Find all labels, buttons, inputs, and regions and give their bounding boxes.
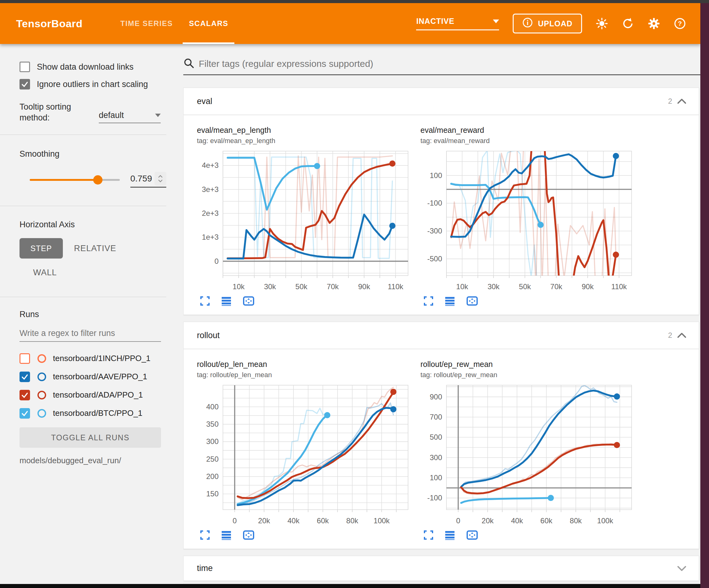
run-row-aave[interactable]: tensorboard/AAVE/PPO_1 [0,367,166,386]
fit-domain-icon[interactable] [466,530,478,540]
run-checkbox[interactable] [20,353,30,364]
smoothing-slider-fill [30,179,98,181]
svg-text:20k: 20k [258,516,270,525]
svg-text:50k: 50k [519,282,531,291]
smoothing-slider[interactable] [30,179,120,181]
data-table-icon[interactable] [221,296,232,306]
fit-domain-icon[interactable] [466,296,478,306]
run-checkbox[interactable] [20,372,30,382]
settings-gear-icon[interactable] [648,17,660,30]
section-header-eval[interactable]: eval 2 [184,88,699,115]
run-color-swatch [37,391,46,400]
run-color-swatch [37,409,46,418]
fullscreen-icon[interactable] [423,530,434,540]
data-table-icon[interactable] [445,530,455,540]
axis-option-wall[interactable]: WALL [33,268,57,277]
section-header-time[interactable]: time [184,556,699,581]
section-body-eval: eval/mean_ep_length tag: eval/mean_ep_le… [184,115,699,314]
header-actions: INACTIVE UPLOAD [416,3,700,44]
fit-domain-icon[interactable] [243,530,255,540]
divider [0,297,166,297]
svg-text:80k: 80k [570,516,582,525]
brightness-icon[interactable] [596,17,608,30]
settings-sidebar: Show data download links Ignore outliers… [0,44,166,584]
smoothing-value-field[interactable]: 0.759 [130,172,166,188]
chart-toolbar [423,296,640,306]
line-chart[interactable]: 150200250300350400020k40k60k80k100k [197,382,417,529]
svg-text:70k: 70k [550,282,562,291]
svg-text:100k: 100k [374,516,390,525]
chart-toolbar [200,530,417,540]
app-header: TensorBoard TIME SERIES SCALARS INACTIVE… [0,3,700,44]
show-download-links-checkbox[interactable] [20,61,30,72]
collapse-chevron-icon[interactable] [677,98,687,105]
tab-time-series[interactable]: TIME SERIES [112,3,181,44]
line-chart[interactable]: 100-100-300-50010k30k50k70k90k110k [420,148,640,295]
svg-text:3e+3: 3e+3 [202,185,218,194]
svg-text:60k: 60k [317,516,329,525]
chart-toolbar [200,296,417,306]
search-icon [183,58,194,70]
fit-domain-icon[interactable] [243,296,255,306]
svg-text:350: 350 [206,420,218,428]
tooltip-sorting-dropdown[interactable]: default [99,110,161,123]
svg-text:-500: -500 [427,255,442,263]
svg-text:20k: 20k [482,516,494,525]
svg-text:-300: -300 [427,227,442,235]
fullscreen-icon[interactable] [423,296,434,306]
smoothing-label: Smoothing [0,149,166,159]
run-row-btc[interactable]: tensorboard/BTC/PPO_1 [0,404,166,423]
header-tabs: TIME SERIES SCALARS [112,3,237,44]
page-scrollbar[interactable] [700,3,709,588]
fullscreen-icon[interactable] [200,296,210,306]
run-checkbox[interactable] [20,408,30,419]
divider [0,134,166,135]
run-checkbox[interactable] [20,390,30,400]
svg-text:70k: 70k [326,282,339,291]
svg-text:400: 400 [206,403,218,411]
smoothing-slider-thumb[interactable] [93,175,103,184]
run-row-ada[interactable]: tensorboard/ADA/PPO_1 [0,386,166,404]
tooltip-sorting-label: Tooltip sorting method: [20,102,97,123]
help-icon[interactable]: ? [674,17,686,30]
data-table-icon[interactable] [221,530,232,540]
refresh-icon[interactable] [622,17,634,30]
fullscreen-icon[interactable] [200,530,210,540]
svg-text:40k: 40k [511,516,523,525]
svg-text:300: 300 [206,437,218,445]
svg-text:100: 100 [430,171,442,180]
expand-chevron-icon[interactable] [677,565,687,572]
filter-tags-input[interactable]: Filter tags (regular expressions support… [183,58,700,75]
collapse-chevron-icon[interactable] [677,332,687,339]
horizontal-axis-label: Horizontal Axis [0,220,166,229]
runs-label: Runs [0,310,166,319]
divider [0,206,166,206]
tab-scalars[interactable]: SCALARS [181,3,236,44]
axis-option-step[interactable]: STEP [20,238,63,259]
toggle-all-runs-button[interactable]: TOGGLE ALL RUNS [20,427,161,448]
section-header-rollout[interactable]: rollout 2 [184,322,699,349]
status-dropdown[interactable]: INACTIVE [416,17,499,30]
svg-text:110k: 110k [388,282,403,291]
section-card-eval: eval 2 eval/mean_ep_length tag: eval/mea… [183,87,699,315]
horizontal-axis-options: STEP RELATIVE [0,238,166,259]
section-count: 2 [668,331,672,340]
section-card-rollout: rollout 2 rollout/ep_len_mean tag: rollo… [183,322,699,549]
ignore-outliers-row[interactable]: Ignore outliers in chart scaling [0,77,166,91]
svg-text:10k: 10k [233,282,245,291]
line-chart[interactable]: 01e+32e+33e+34e+310k30k50k70k90k110k [197,148,417,295]
upload-button[interactable]: UPLOAD [513,14,582,33]
ignore-outliers-checkbox[interactable] [20,79,30,90]
svg-text:100k: 100k [597,516,614,525]
chart-block-ep-len-mean: rollout/ep_len_mean tag: rollout/ep_len_… [197,360,417,540]
axis-option-relative[interactable]: RELATIVE [74,244,116,253]
show-download-links-row[interactable]: Show data download links [0,60,166,74]
section-body-rollout: rollout/ep_len_mean tag: rollout/ep_len_… [184,349,699,549]
data-table-icon[interactable] [445,296,455,306]
line-chart[interactable]: -100100300500700900020k40k60k80k100k [420,382,640,529]
svg-text:30k: 30k [488,282,500,291]
runs-filter-input[interactable]: Write a regex to filter runs [20,329,161,342]
chevron-down-icon [155,113,161,117]
smoothing-stepper[interactable] [155,172,166,185]
run-row-1inch[interactable]: tensorboard/1INCH/PPO_1 [0,349,166,367]
